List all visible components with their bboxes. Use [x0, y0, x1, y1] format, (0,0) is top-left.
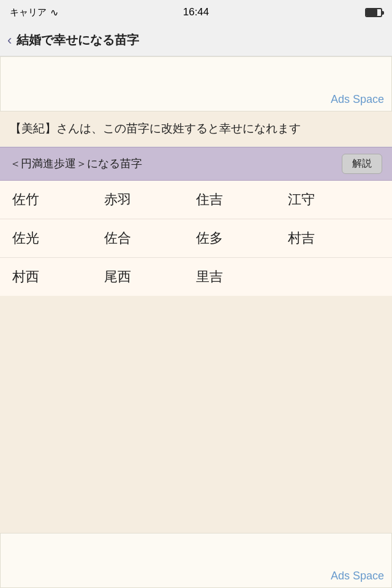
top-ads-banner: Ads Space: [0, 56, 392, 111]
name-item: 尾西: [104, 268, 196, 286]
wifi-icon: ∿: [50, 7, 58, 18]
category-title: ＜円満進歩運＞になる苗字: [10, 156, 142, 171]
names-row: 佐光 佐合 佐多 村吉: [0, 219, 392, 258]
status-time: 16:44: [183, 6, 209, 18]
back-button[interactable]: ‹: [7, 32, 12, 48]
description-section: 【美紀】さんは、この苗字に改姓すると幸せになれます: [0, 111, 392, 147]
explain-button[interactable]: 解説: [342, 154, 382, 174]
status-left: キャリア ∿: [10, 7, 58, 18]
names-row: 佐竹 赤羽 住吉 江守: [0, 181, 392, 219]
name-item: 住吉: [196, 190, 288, 209]
status-bar: キャリア ∿ 16:44: [0, 0, 392, 24]
name-item: 佐合: [104, 229, 196, 247]
name-item: 村吉: [288, 229, 380, 247]
name-item: 里吉: [196, 268, 288, 286]
bottom-ads-label: Ads Space: [331, 570, 384, 582]
battery-icon: [365, 8, 382, 17]
carrier-label: キャリア: [10, 7, 47, 18]
bottom-ads-banner: Ads Space: [0, 533, 392, 588]
description-text: 【美紀】さんは、この苗字に改姓すると幸せになれます: [10, 122, 301, 135]
top-ads-label: Ads Space: [331, 93, 384, 106]
names-row: 村西 尾西 里吉: [0, 258, 392, 296]
name-item: 赤羽: [104, 190, 196, 209]
names-section: 佐竹 赤羽 住吉 江守 佐光 佐合 佐多 村吉 村西 尾西 里吉: [0, 181, 392, 296]
category-header: ＜円満進歩運＞になる苗字 解説: [0, 147, 392, 181]
nav-bar: ‹ 結婚で幸せになる苗字: [0, 24, 392, 56]
name-item: 佐光: [12, 229, 104, 247]
status-right: [365, 8, 382, 17]
name-item: 村西: [12, 268, 104, 286]
name-item: 江守: [288, 190, 380, 209]
name-item: 佐多: [196, 229, 288, 247]
main-content: Ads Space 【美紀】さんは、この苗字に改姓すると幸せになれます ＜円満進…: [0, 56, 392, 588]
page-title: 結婚で幸せになる苗字: [17, 32, 139, 48]
name-item: 佐竹: [12, 190, 104, 209]
